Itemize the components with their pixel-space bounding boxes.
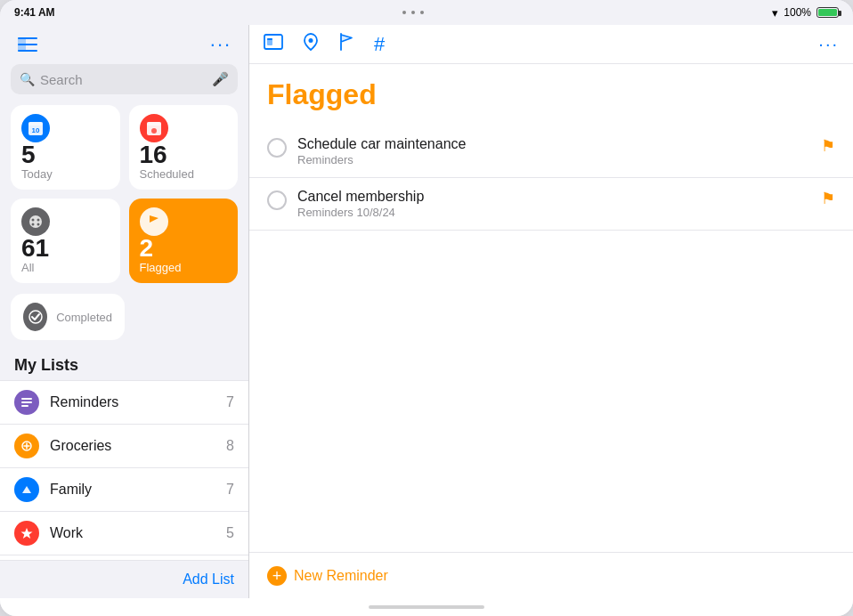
svg-point-13 bbox=[32, 223, 35, 226]
main-content: # ··· Flagged Schedule car maintenance R… bbox=[249, 25, 853, 598]
family-icon bbox=[14, 477, 39, 502]
device-frame: 9:41 AM ▾ 100% bbox=[0, 0, 853, 616]
reminder-title-car: Schedule car maintenance bbox=[297, 136, 810, 152]
groceries-name: Groceries bbox=[50, 438, 226, 454]
reminder-flag-membership: ⚑ bbox=[821, 189, 835, 208]
status-bar: 9:41 AM ▾ 100% bbox=[0, 0, 853, 25]
app-body: ··· 🔍 Search 🎤 10 bbox=[0, 25, 853, 598]
all-label: All bbox=[21, 261, 49, 274]
smart-list-today[interactable]: 10 5 Today bbox=[11, 105, 120, 190]
smart-lists-grid: 10 5 Today bbox=[0, 105, 248, 294]
family-count: 7 bbox=[226, 482, 234, 498]
status-time: 9:41 AM bbox=[14, 6, 55, 19]
battery-percent: 100% bbox=[784, 6, 811, 19]
main-toolbar: # ··· bbox=[249, 25, 853, 64]
reminder-title-membership: Cancel membership bbox=[297, 189, 810, 205]
svg-rect-8 bbox=[147, 122, 161, 126]
new-reminder-label: New Reminder bbox=[294, 568, 388, 584]
flagged-label: Flagged bbox=[140, 261, 182, 274]
completed-section: Completed bbox=[0, 294, 248, 353]
new-reminder-plus-icon: + bbox=[267, 566, 287, 586]
dot3 bbox=[420, 11, 424, 14]
main-title: Flagged bbox=[249, 78, 853, 126]
mic-icon[interactable]: 🎤 bbox=[212, 71, 229, 87]
svg-rect-17 bbox=[21, 401, 32, 403]
reminder-circle-car[interactable] bbox=[267, 138, 287, 158]
lists-container: Reminders 7 Groceries 8 bbox=[0, 380, 248, 560]
svg-point-10 bbox=[29, 215, 42, 228]
groceries-icon bbox=[14, 434, 39, 458]
svg-rect-5 bbox=[28, 122, 43, 126]
svg-rect-23 bbox=[267, 38, 272, 40]
completed-icon bbox=[23, 303, 47, 331]
reminder-circle-membership[interactable] bbox=[267, 190, 287, 210]
smart-list-flagged[interactable]: 2 Flagged bbox=[129, 199, 239, 283]
work-name: Work bbox=[50, 525, 226, 541]
svg-text:10: 10 bbox=[32, 126, 40, 134]
reminders-count: 7 bbox=[226, 394, 234, 410]
svg-rect-18 bbox=[21, 405, 28, 407]
flag-icon[interactable] bbox=[338, 33, 354, 55]
list-item-reminders[interactable]: Reminders 7 bbox=[0, 380, 248, 425]
reminder-item-car: Schedule car maintenance Reminders ⚑ bbox=[249, 126, 853, 178]
list-item-groceries[interactable]: Groceries 8 bbox=[0, 425, 248, 468]
my-lists-header: My Lists bbox=[0, 353, 248, 380]
work-count: 5 bbox=[226, 525, 234, 541]
svg-point-12 bbox=[37, 219, 40, 222]
reminder-text-membership: Cancel membership Reminders 10/8/24 bbox=[297, 189, 810, 219]
reminders-icon bbox=[14, 390, 39, 415]
wifi-icon: ▾ bbox=[772, 6, 778, 20]
reminder-sub-membership: Reminders 10/8/24 bbox=[297, 206, 810, 219]
list-item-family[interactable]: Family 7 bbox=[0, 468, 248, 512]
status-right: ▾ 100% bbox=[772, 6, 839, 20]
svg-rect-2 bbox=[18, 44, 37, 45]
new-reminder-button[interactable]: + New Reminder bbox=[267, 566, 388, 586]
svg-point-24 bbox=[309, 38, 313, 43]
sidebar-footer: Add List bbox=[0, 560, 248, 598]
svg-rect-3 bbox=[18, 50, 37, 52]
location-icon[interactable] bbox=[303, 33, 319, 55]
search-bar[interactable]: 🔍 Search 🎤 bbox=[11, 64, 238, 94]
today-count: 5 bbox=[21, 142, 53, 167]
smart-list-completed[interactable]: Completed bbox=[11, 294, 125, 340]
svg-point-9 bbox=[151, 128, 157, 134]
smart-list-scheduled[interactable]: 16 Scheduled bbox=[129, 105, 239, 190]
dot2 bbox=[411, 11, 415, 14]
dot1 bbox=[402, 11, 406, 14]
reminder-text-car: Schedule car maintenance Reminders bbox=[297, 136, 810, 166]
battery-icon bbox=[816, 7, 839, 18]
all-count: 61 bbox=[21, 236, 49, 261]
today-icon: 10 bbox=[21, 114, 50, 142]
status-center bbox=[402, 11, 424, 14]
home-bar bbox=[369, 605, 484, 609]
hashtag-icon[interactable]: # bbox=[374, 33, 385, 56]
flagged-icon bbox=[140, 207, 168, 236]
svg-rect-16 bbox=[21, 398, 32, 400]
scheduled-icon bbox=[140, 114, 168, 142]
groceries-count: 8 bbox=[226, 438, 234, 454]
filter-icon[interactable] bbox=[264, 33, 283, 55]
sidebar-top-bar: ··· bbox=[0, 25, 248, 64]
main-footer: + New Reminder bbox=[249, 552, 853, 598]
all-icon bbox=[21, 207, 50, 236]
toolbar-icons: # bbox=[264, 33, 385, 56]
sidebar-toggle-button[interactable] bbox=[14, 31, 41, 58]
svg-rect-1 bbox=[18, 37, 37, 39]
smart-list-all[interactable]: 61 All bbox=[11, 199, 120, 283]
sidebar: ··· 🔍 Search 🎤 10 bbox=[0, 25, 249, 598]
sidebar-more-button[interactable]: ··· bbox=[207, 31, 234, 58]
list-item-work[interactable]: Work 5 bbox=[0, 512, 248, 555]
svg-marker-20 bbox=[21, 528, 33, 539]
svg-point-11 bbox=[32, 219, 35, 222]
more-options-button[interactable]: ··· bbox=[818, 34, 839, 54]
completed-label: Completed bbox=[56, 311, 112, 324]
scheduled-label: Scheduled bbox=[140, 167, 194, 181]
reminder-sub-car: Reminders bbox=[297, 153, 810, 166]
today-label: Today bbox=[21, 167, 53, 181]
add-list-button[interactable]: Add List bbox=[183, 571, 234, 588]
search-icon: 🔍 bbox=[20, 72, 35, 86]
main-scroll: Flagged Schedule car maintenance Reminde… bbox=[249, 64, 853, 552]
scheduled-count: 16 bbox=[140, 142, 194, 167]
family-name: Family bbox=[50, 482, 226, 498]
reminder-item-membership: Cancel membership Reminders 10/8/24 ⚑ bbox=[249, 178, 853, 231]
